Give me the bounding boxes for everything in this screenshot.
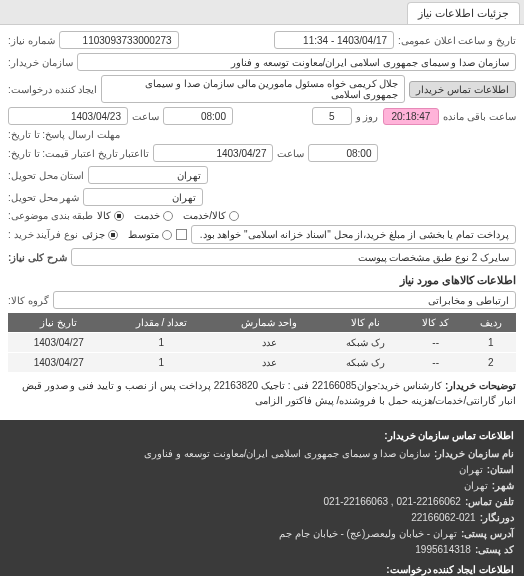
footer-fax-value: 22166062-021 bbox=[411, 510, 476, 526]
footer-title-creator: اطلاعات ایجاد کننده درخواست: bbox=[10, 562, 514, 576]
footer-org-label: نام سازمان خریدار: bbox=[434, 446, 514, 462]
valid-time-label: ساعت bbox=[277, 148, 304, 159]
footer-city-value: تهران bbox=[464, 478, 488, 494]
delivery-city: تهران bbox=[83, 188, 203, 206]
table-row[interactable]: 2 -- رک شبکه عدد 1 1403/04/27 bbox=[8, 353, 516, 373]
process-note: پرداخت تمام یا بخشی از مبلغ خرید،از محل … bbox=[191, 225, 516, 244]
days-remaining: 5 bbox=[312, 107, 352, 125]
deadline-time-label: ساعت bbox=[132, 111, 159, 122]
col-qty: تعداد / مقدار bbox=[109, 313, 213, 333]
process-opt-mid[interactable]: متوسط bbox=[128, 229, 172, 240]
footer-zip-value: 1995614318 bbox=[415, 542, 471, 558]
budget-opt-both[interactable]: کالا/خدمت bbox=[183, 210, 239, 221]
overall-desc-label: شرح کلی نیاز: bbox=[8, 252, 67, 263]
need-number-label: شماره نیاز: bbox=[8, 35, 55, 46]
col-unit: واحد شمارش bbox=[213, 313, 325, 333]
form-area: تاریخ و ساعت اعلان عمومی: 1403/04/17 - 1… bbox=[0, 25, 524, 414]
announce-label: تاریخ و ساعت اعلان عمومی: bbox=[398, 35, 516, 46]
buyer-contact-button[interactable]: اطلاعات تماس خریدار bbox=[409, 81, 516, 98]
process-opt-low[interactable]: جزئی bbox=[82, 229, 118, 240]
tab-bar: جزئیات اطلاعات نیاز bbox=[0, 0, 524, 25]
buyer-notes-label: توضیحات خریدار: bbox=[445, 380, 516, 391]
footer-zip-label: کد پستی: bbox=[475, 542, 514, 558]
request-creator-label: ایجاد کننده درخواست: bbox=[8, 84, 97, 95]
goods-group-label: گروه کالا: bbox=[8, 295, 49, 306]
footer-addr-value: تهران - خیابان ولیعصر(عج) - خیابان جام ج… bbox=[279, 526, 457, 542]
countdown-timer: 20:18:47 bbox=[383, 108, 440, 125]
footer-title-org: اطلاعات تماس سازمان خریدار: bbox=[10, 428, 514, 444]
announce-value: 1403/04/17 - 11:34 bbox=[274, 31, 394, 49]
col-idx: ردیف bbox=[465, 313, 516, 333]
delivery-city-label: شهر محل تحویل: bbox=[8, 192, 79, 203]
deadline-date: 1403/04/23 bbox=[8, 107, 128, 125]
footer-prov-label: استان: bbox=[487, 462, 514, 478]
process-radio-group: متوسط جزئی bbox=[82, 229, 172, 240]
need-number: 1103093733000273 bbox=[59, 31, 179, 49]
table-row[interactable]: 1 -- رک شبکه عدد 1 1403/04/27 bbox=[8, 333, 516, 353]
remain-label: ساعت باقی مانده bbox=[443, 111, 516, 122]
footer-org-value: سازمان صدا و سیمای جمهوری اسلامی ایران/م… bbox=[144, 446, 430, 462]
buyer-notes-block: توضیحات خریدار: کارشناس خرید:جوان2216608… bbox=[8, 378, 516, 408]
process-label: نوع فرآیند خرید : bbox=[8, 229, 78, 240]
goods-group: ارتباطی و مخابراتی bbox=[53, 291, 516, 309]
valid-date: 1403/04/27 bbox=[153, 144, 273, 162]
process-note-checkbox[interactable] bbox=[176, 229, 187, 240]
footer-city-label: شهر: bbox=[492, 478, 514, 494]
days-and-label: روز و bbox=[356, 111, 379, 122]
footer-fax-label: دورنگار: bbox=[480, 510, 514, 526]
footer-prov-value: تهران bbox=[459, 462, 483, 478]
request-creator: جلال کریمی خواه مسئول مامورین مالی سازما… bbox=[101, 75, 405, 103]
table-header-row: ردیف کد کالا نام کالا واحد شمارش تعداد /… bbox=[8, 313, 516, 333]
col-name: نام کالا bbox=[325, 313, 406, 333]
footer-tel-value: 021-22166062 , 021-22166063 bbox=[324, 494, 461, 510]
deadline-label: مهلت ارسال پاسخ: تا تاریخ: bbox=[8, 129, 120, 140]
col-code: کد کالا bbox=[406, 313, 465, 333]
footer-tel-label: تلفن تماس: bbox=[465, 494, 514, 510]
tab-details[interactable]: جزئیات اطلاعات نیاز bbox=[407, 2, 520, 24]
buyer-org: سازمان صدا و سیمای جمهوری اسلامی ایران/م… bbox=[77, 53, 516, 71]
col-date: تاریخ نیاز bbox=[8, 313, 109, 333]
goods-section-title: اطلاعات کالاهای مورد نیاز bbox=[8, 274, 516, 287]
delivery-province-label: استان محل تحویل: bbox=[8, 170, 84, 181]
budget-label: طبقه بندی موضوعی: bbox=[8, 210, 93, 221]
footer-contact: اطلاعات تماس سازمان خریدار: نام سازمان خ… bbox=[0, 420, 524, 576]
budget-radio-group: کالا/خدمت خدمت کالا bbox=[97, 210, 239, 221]
valid-time: 08:00 bbox=[308, 144, 378, 162]
valid-label: تااعتبار تاریخ اعتبار قیمت: تا تاریخ: bbox=[8, 148, 149, 159]
budget-opt-goods[interactable]: کالا bbox=[97, 210, 124, 221]
deadline-time: 08:00 bbox=[163, 107, 233, 125]
delivery-province: تهران bbox=[88, 166, 208, 184]
budget-opt-service[interactable]: خدمت bbox=[134, 210, 173, 221]
goods-table: ردیف کد کالا نام کالا واحد شمارش تعداد /… bbox=[8, 313, 516, 372]
buyer-org-label: سازمان خریدار: bbox=[8, 57, 73, 68]
overall-desc: سایرک 2 نوع طبق مشخصات پیوست bbox=[71, 248, 516, 266]
footer-addr-label: آدرس پستی: bbox=[461, 526, 514, 542]
buyer-notes-text: کارشناس خرید:جوان22166085 فنی : تاجیک 22… bbox=[22, 380, 516, 406]
